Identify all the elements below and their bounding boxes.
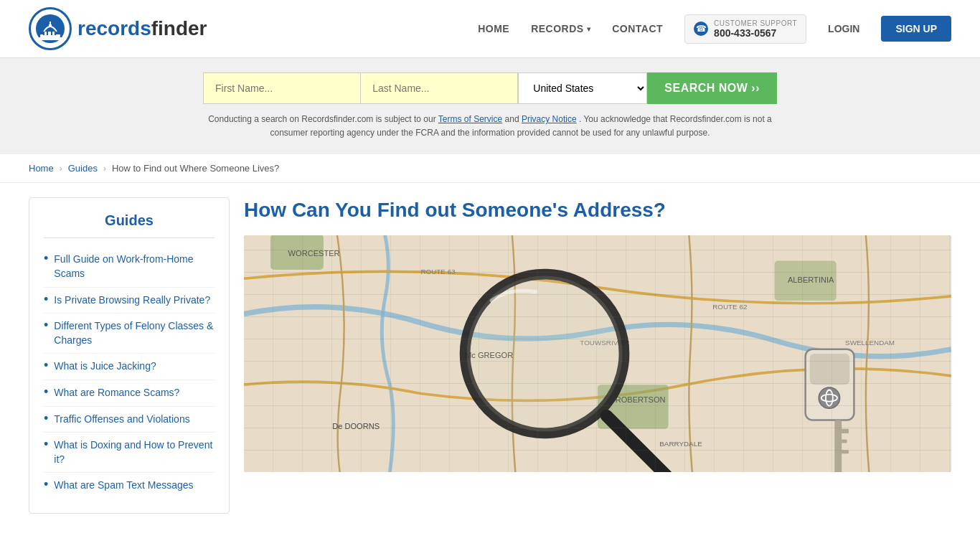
list-item: • What are Spam Text Messages	[44, 473, 215, 499]
svg-rect-8	[50, 22, 51, 24]
svg-text:ROBERTSON: ROBERTSON	[616, 395, 666, 404]
header: recordsfinder HOME RECORDS ▾ CONTACT ☎ C…	[0, 0, 980, 58]
logo[interactable]: recordsfinder	[29, 7, 207, 50]
sidebar-link-romance-scams[interactable]: What are Romance Scams?	[54, 386, 179, 400]
bullet-icon: •	[44, 477, 48, 492]
svg-rect-7	[49, 24, 52, 27]
list-item: • Is Private Browsing Really Private?	[44, 288, 215, 314]
svg-rect-6	[55, 32, 56, 35]
article: How Can You Find out Someone's Address?	[244, 197, 951, 514]
first-name-input[interactable]	[203, 72, 360, 104]
records-chevron: ▾	[587, 25, 591, 33]
search-form: United States SEARCH NOW ››	[203, 72, 777, 104]
svg-text:ROUTE 62: ROUTE 62	[712, 303, 747, 311]
list-item: • What is Juice Jacking?	[44, 354, 215, 380]
logo-text: recordsfinder	[77, 17, 207, 40]
search-button[interactable]: SEARCH NOW ››	[647, 72, 777, 104]
breadcrumb-home[interactable]: Home	[29, 163, 54, 174]
sidebar-list: • Full Guide on Work-from-Home Scams • I…	[44, 247, 215, 499]
sidebar-link-spam[interactable]: What are Spam Text Messages	[54, 479, 193, 493]
svg-rect-9	[39, 37, 62, 39]
last-name-input[interactable]	[360, 72, 518, 104]
sidebar-link-private-browsing[interactable]: Is Private Browsing Really Private?	[54, 293, 210, 308]
svg-rect-2	[44, 32, 56, 35]
sidebar-link-felony[interactable]: Different Types of Felony Classes & Char…	[54, 319, 215, 347]
svg-rect-10	[37, 39, 63, 40]
svg-rect-11	[244, 235, 951, 472]
svg-text:ALBERTINIA: ALBERTINIA	[788, 276, 834, 284]
svg-rect-3	[43, 32, 44, 35]
svg-rect-13	[598, 385, 669, 429]
svg-rect-34	[840, 429, 849, 433]
list-item: • Full Guide on Work-from-Home Scams	[44, 247, 215, 287]
bullet-icon: •	[44, 411, 48, 426]
nav-records[interactable]: RECORDS ▾	[531, 23, 590, 34]
privacy-link[interactable]: Privacy Notice	[522, 114, 577, 124]
svg-rect-5	[51, 32, 52, 35]
list-item: • What is Doxing and How to Prevent it?	[44, 433, 215, 473]
svg-rect-28	[806, 349, 854, 420]
bullet-icon: •	[44, 318, 48, 333]
main-nav: HOME RECORDS ▾ CONTACT ☎ CUSTOMER SUPPOR…	[478, 14, 951, 44]
login-button[interactable]: LOGIN	[828, 23, 859, 34]
svg-text:Mc GREGOR: Mc GREGOR	[465, 351, 513, 359]
svg-text:BARRYDALE: BARRYDALE	[659, 440, 702, 448]
svg-rect-12	[270, 235, 324, 270]
signup-button[interactable]: SIGN UP	[881, 16, 951, 42]
customer-support: ☎ CUSTOMER SUPPORT 800-433-0567	[684, 14, 806, 44]
svg-point-25	[465, 274, 624, 433]
svg-rect-35	[840, 439, 847, 443]
bullet-icon: •	[44, 437, 48, 452]
svg-text:De DOORNS: De DOORNS	[332, 422, 380, 430]
sidebar-title: Guides	[44, 212, 215, 238]
list-item: • What are Romance Scams?	[44, 380, 215, 407]
breadcrumb-sep-1: ›	[60, 164, 62, 174]
sidebar-link-juice-jacking[interactable]: What is Juice Jacking?	[54, 359, 156, 374]
support-number: 800-433-0567	[714, 27, 797, 39]
svg-point-26	[467, 276, 623, 431]
phone-icon: ☎	[694, 22, 708, 36]
svg-point-31	[821, 394, 837, 401]
support-label: CUSTOMER SUPPORT	[714, 19, 797, 27]
article-title: How Can You Find out Someone's Address?	[244, 197, 951, 223]
search-disclaimer: Conducting a search on Recordsfinder.com…	[203, 113, 777, 140]
sidebar-link-traffic[interactable]: Traffic Offenses and Violations	[54, 413, 189, 427]
svg-rect-29	[810, 354, 849, 385]
state-select[interactable]: United States	[518, 72, 647, 104]
nav-home[interactable]: HOME	[478, 23, 509, 34]
breadcrumb-guides[interactable]: Guides	[68, 163, 98, 174]
search-section: United States SEARCH NOW ›› Conducting a…	[0, 58, 980, 154]
bullet-icon: •	[44, 385, 48, 400]
svg-text:ROUTE 63: ROUTE 63	[421, 268, 456, 276]
bullet-icon: •	[44, 251, 48, 266]
breadcrumb-sep-2: ›	[103, 164, 106, 174]
logo-icon	[29, 7, 72, 50]
svg-text:TOUWSRIVIER: TOUWSRIVIER	[580, 338, 629, 346]
svg-rect-36	[840, 450, 849, 453]
sidebar: Guides • Full Guide on Work-from-Home Sc…	[29, 197, 230, 514]
svg-rect-14	[775, 260, 837, 300]
list-item: • Different Types of Felony Classes & Ch…	[44, 314, 215, 354]
breadcrumb: Home › Guides › How to Find out Where So…	[0, 154, 980, 183]
svg-text:SWELLENDAM: SWELLENDAM	[845, 338, 895, 346]
breadcrumb-current: How to Find out Where Someone Lives?	[112, 163, 279, 174]
list-item: • Traffic Offenses and Violations	[44, 407, 215, 433]
sidebar-link-doxing[interactable]: What is Doxing and How to Prevent it?	[54, 438, 215, 466]
svg-point-32	[826, 390, 833, 405]
nav-contact[interactable]: CONTACT	[612, 23, 663, 34]
svg-line-27	[606, 415, 668, 472]
bullet-icon: •	[44, 292, 48, 307]
svg-rect-33	[834, 420, 842, 472]
svg-text:WORCESTER: WORCESTER	[288, 249, 340, 258]
main-content: Guides • Full Guide on Work-from-Home Sc…	[0, 183, 980, 528]
tos-link[interactable]: Terms of Service	[438, 114, 502, 124]
svg-rect-4	[47, 32, 48, 35]
sidebar-link-workfromhome[interactable]: Full Guide on Work-from-Home Scams	[54, 253, 215, 281]
bullet-icon: •	[44, 358, 48, 373]
svg-point-30	[819, 387, 840, 409]
article-image: WORCESTER ROBERTSON ALBERTINIA ROUTE 63 …	[244, 235, 951, 472]
